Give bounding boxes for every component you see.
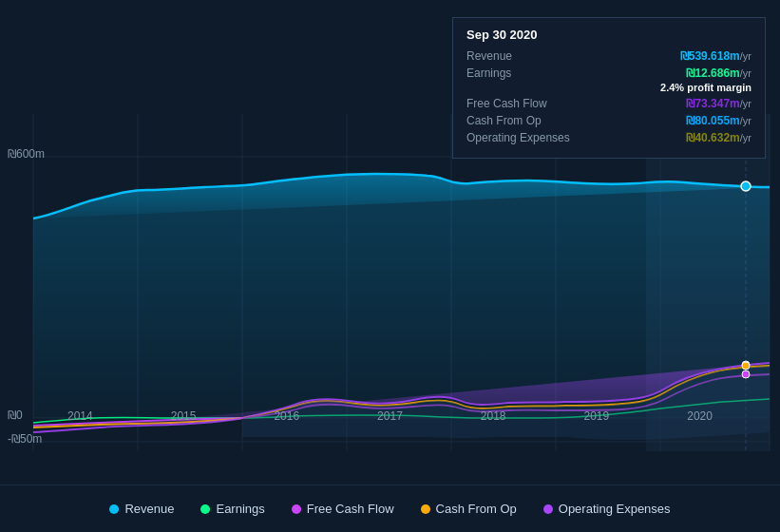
chart-legend: Revenue Earnings Free Cash Flow Cash Fro…: [0, 484, 780, 532]
legend-label-opex: Operating Expenses: [559, 502, 671, 516]
legend-label-revenue: Revenue: [124, 502, 174, 516]
svg-point-16: [742, 370, 750, 378]
legend-dot-revenue: [109, 504, 119, 514]
tooltip-cashop-row: Cash From Op ₪80.055m/yr: [466, 114, 751, 127]
svg-point-14: [741, 181, 751, 191]
legend-item-cashop[interactable]: Cash From Op: [421, 502, 517, 516]
y-axis-neg50: -₪50m: [8, 432, 42, 446]
legend-item-fcf[interactable]: Free Cash Flow: [292, 502, 394, 516]
y-axis-600: ₪600m: [8, 147, 45, 161]
legend-label-earnings: Earnings: [216, 502, 264, 516]
x-label-2016: 2016: [274, 409, 299, 423]
x-label-2014: 2014: [67, 409, 93, 423]
tooltip-earnings-row: Earnings ₪12.686m/yr: [466, 66, 751, 80]
tooltip-earnings-value: ₪12.686m/yr: [686, 66, 751, 80]
chart-area: ₪600m ₪0 -₪50m 2014 2015 2016 2017 2018 …: [0, 0, 780, 484]
tooltip-profit-margin: 2.4% profit margin: [466, 82, 751, 93]
tooltip-fcf-row: Free Cash Flow ₪73.347m/yr: [466, 97, 751, 110]
legend-item-earnings[interactable]: Earnings: [200, 502, 264, 516]
x-label-2017: 2017: [377, 409, 403, 423]
x-label-2020: 2020: [687, 409, 713, 423]
legend-label-cashop: Cash From Op: [436, 502, 517, 516]
tooltip-date: Sep 30 2020: [466, 28, 751, 42]
tooltip-cashop-label: Cash From Op: [466, 114, 542, 127]
legend-dot-fcf: [292, 504, 301, 514]
legend-label-fcf: Free Cash Flow: [307, 502, 394, 516]
tooltip-opex-row: Operating Expenses ₪40.632m/yr: [466, 131, 751, 144]
legend-dot-opex: [543, 504, 553, 514]
tooltip-fcf-label: Free Cash Flow: [466, 97, 547, 110]
x-axis: 2014 2015 2016 2017 2018 2019 2020: [0, 409, 780, 423]
tooltip: Sep 30 2020 Revenue ₪539.618m/yr Earning…: [452, 17, 766, 159]
legend-item-opex[interactable]: Operating Expenses: [543, 502, 671, 516]
tooltip-revenue-label: Revenue: [466, 49, 512, 63]
svg-point-17: [742, 362, 750, 370]
tooltip-revenue-row: Revenue ₪539.618m/yr: [466, 49, 751, 63]
tooltip-opex-label: Operating Expenses: [466, 131, 570, 144]
tooltip-revenue-value: ₪539.618m/yr: [680, 49, 751, 63]
tooltip-fcf-value: ₪73.347m/yr: [686, 97, 751, 110]
legend-item-revenue[interactable]: Revenue: [109, 502, 174, 516]
x-label-2015: 2015: [171, 409, 197, 423]
tooltip-earnings-label: Earnings: [466, 66, 511, 80]
tooltip-opex-value: ₪40.632m/yr: [686, 131, 751, 144]
x-label-2018: 2018: [481, 409, 506, 423]
tooltip-cashop-value: ₪80.055m/yr: [686, 114, 751, 127]
x-label-2019: 2019: [584, 409, 610, 423]
legend-dot-cashop: [421, 504, 430, 514]
legend-dot-earnings: [200, 504, 210, 514]
